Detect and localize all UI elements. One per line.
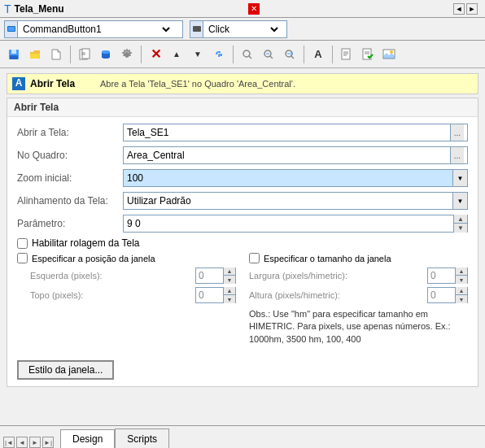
event-description: Abre a Tela 'Tela_SE1' no Quadro 'Area_C… bbox=[100, 79, 295, 89]
habilitar-row: Habilitar rolagem da Tela bbox=[17, 237, 468, 249]
event-icon-svg: A bbox=[13, 78, 24, 89]
page-icon[interactable] bbox=[46, 45, 66, 64]
svg-rect-1 bbox=[8, 27, 15, 31]
commandbutton-dropdown[interactable]: CommandButton1 bbox=[4, 20, 183, 38]
bottom-tabs: |◄ ◄ ► ►| Design Scripts bbox=[0, 425, 485, 448]
folder-icon[interactable] bbox=[25, 45, 45, 64]
posicao-checkbox[interactable] bbox=[17, 253, 28, 263]
nav-back-button[interactable]: ◄ bbox=[453, 3, 465, 15]
page2-icon[interactable] bbox=[75, 45, 94, 64]
image-icon[interactable] bbox=[379, 45, 399, 64]
top-nav-arrows: ◄ ► bbox=[450, 3, 481, 15]
separator-5 bbox=[332, 46, 333, 63]
tamanho-label[interactable]: Especificar o tamanho da janela bbox=[264, 254, 391, 263]
svg-line-20 bbox=[291, 56, 294, 59]
alinhamento-value: Utilizar Padrão bbox=[127, 195, 449, 207]
zoom-dropdown-arrow[interactable]: ▼ bbox=[452, 170, 467, 186]
esquerda-input[interactable]: 0 ▲ ▼ bbox=[195, 267, 236, 284]
title-bar: T Tela_Menu ✕ ◄ ► bbox=[0, 0, 485, 18]
window-style-button[interactable]: Estilo da janela... bbox=[17, 360, 114, 380]
separator-1 bbox=[70, 46, 71, 63]
alinhamento-select-wrap[interactable]: Utilizar Padrão ▼ bbox=[123, 192, 468, 210]
topo-up[interactable]: ▲ bbox=[224, 287, 235, 295]
form-section: Abrir Tela Abrir a Tela: Tela_SE1 ... No… bbox=[7, 98, 478, 387]
abrir-row: Abrir a Tela: Tela_SE1 ... bbox=[17, 124, 468, 141]
click-select[interactable]: Click bbox=[203, 21, 281, 37]
quadro-textfield[interactable]: Area_Central bbox=[127, 150, 450, 161]
posicao-label[interactable]: Especificar a posição da janela bbox=[32, 254, 155, 263]
close-button[interactable]: ✕ bbox=[248, 3, 260, 15]
delete-icon[interactable]: ✕ bbox=[146, 45, 165, 64]
tab-design[interactable]: Design bbox=[60, 429, 115, 448]
altura-arrows: ▲ ▼ bbox=[455, 287, 467, 303]
button-row: Estilo da janela... bbox=[17, 352, 468, 380]
doc1-icon[interactable] bbox=[337, 45, 356, 64]
left-column: Especificar a posição da janela Esquerda… bbox=[17, 253, 236, 346]
habilitar-checkbox[interactable] bbox=[17, 238, 28, 249]
zoom-select-wrap[interactable]: 100 ▼ bbox=[123, 169, 468, 187]
altura-up[interactable]: ▲ bbox=[456, 287, 467, 295]
esquerda-up[interactable]: ▲ bbox=[224, 267, 235, 276]
parametro-up-arrow[interactable]: ▲ bbox=[454, 215, 467, 224]
topo-arrows: ▲ ▼ bbox=[223, 287, 235, 303]
topo-input[interactable]: 0 ▲ ▼ bbox=[195, 287, 236, 303]
link-icon[interactable] bbox=[209, 45, 229, 64]
font-icon[interactable]: A bbox=[308, 45, 328, 64]
abrir-browse-button[interactable]: ... bbox=[450, 124, 464, 141]
commandbutton-icon bbox=[5, 21, 18, 37]
icon-toolbar: ✕ ▲ ▼ A bbox=[0, 41, 485, 68]
search1-icon[interactable] bbox=[238, 45, 257, 64]
largura-input[interactable]: 0 ▲ ▼ bbox=[427, 267, 468, 284]
database-icon[interactable] bbox=[96, 45, 116, 64]
tab-prev-button[interactable]: ◄ bbox=[16, 437, 28, 448]
esquerda-value: 0 bbox=[196, 270, 223, 281]
largura-label: Largura (pixels/himetric): bbox=[249, 271, 427, 281]
quadro-browse-button[interactable]: ... bbox=[450, 147, 464, 163]
commandbutton-select[interactable]: CommandButton1 bbox=[18, 21, 173, 37]
gear-icon[interactable] bbox=[117, 45, 137, 64]
nav-forward-button[interactable]: ► bbox=[466, 3, 478, 15]
altura-input[interactable]: 0 ▲ ▼ bbox=[427, 287, 468, 303]
largura-down[interactable]: ▼ bbox=[456, 276, 467, 284]
tab-scripts[interactable]: Scripts bbox=[115, 428, 169, 448]
altura-label: Altura (pixels/himetric): bbox=[249, 290, 427, 300]
parametro-input[interactable]: 9 0 ▲ ▼ bbox=[123, 215, 468, 233]
svg-point-30 bbox=[390, 50, 393, 54]
altura-down[interactable]: ▼ bbox=[456, 295, 467, 303]
abrir-textfield[interactable]: Tela_SE1 bbox=[127, 127, 450, 138]
tamanho-checkbox[interactable] bbox=[249, 253, 260, 263]
parametro-down-arrow[interactable]: ▼ bbox=[454, 224, 467, 233]
window-title: Tela_Menu bbox=[15, 3, 64, 15]
habilitar-label[interactable]: Habilitar rolagem da Tela bbox=[32, 237, 140, 249]
event-name: Abrir Tela bbox=[30, 78, 95, 89]
search2-icon[interactable] bbox=[259, 45, 278, 64]
obs-text: Obs.: Use "hm" para especificar tamanho … bbox=[249, 308, 468, 346]
tab-next-button[interactable]: ► bbox=[29, 437, 41, 448]
largura-up[interactable]: ▲ bbox=[456, 267, 467, 276]
move-down-icon[interactable]: ▼ bbox=[188, 45, 208, 64]
doc2-icon[interactable] bbox=[358, 45, 378, 64]
form-body: Abrir a Tela: Tela_SE1 ... No Quadro: Ar… bbox=[7, 117, 478, 386]
save-icon[interactable] bbox=[4, 45, 24, 64]
tab-first-button[interactable]: |◄ bbox=[3, 437, 15, 448]
move-up-icon[interactable]: ▲ bbox=[167, 45, 186, 64]
main-container: T Tela_Menu ✕ ◄ ► CommandButton1 bbox=[0, 0, 485, 448]
alinhamento-dropdown-arrow[interactable]: ▼ bbox=[452, 193, 467, 209]
altura-value: 0 bbox=[428, 289, 455, 301]
svg-point-11 bbox=[102, 50, 110, 54]
topo-down[interactable]: ▼ bbox=[224, 295, 235, 303]
topo-value: 0 bbox=[196, 289, 223, 301]
click-icon bbox=[190, 21, 203, 37]
event-icon: A bbox=[12, 77, 25, 90]
topo-row: Topo (pixels): 0 ▲ ▼ bbox=[30, 287, 236, 303]
abrir-input[interactable]: Tela_SE1 ... bbox=[123, 124, 468, 141]
esquerda-down[interactable]: ▼ bbox=[224, 276, 235, 284]
click-dropdown[interactable]: Click bbox=[190, 20, 287, 38]
search3-icon[interactable] bbox=[280, 45, 299, 64]
alinhamento-row: Alinhamento da Tela: Utilizar Padrão ▼ bbox=[17, 192, 468, 210]
zoom-label: Zoom inicial: bbox=[17, 172, 123, 184]
parametro-row: Parâmetro: 9 0 ▲ ▼ bbox=[17, 215, 468, 233]
tab-last-button[interactable]: ►| bbox=[42, 437, 54, 448]
right-column: Especificar o tamanho da janela Largura … bbox=[249, 253, 468, 346]
quadro-input[interactable]: Area_Central ... bbox=[123, 146, 468, 164]
